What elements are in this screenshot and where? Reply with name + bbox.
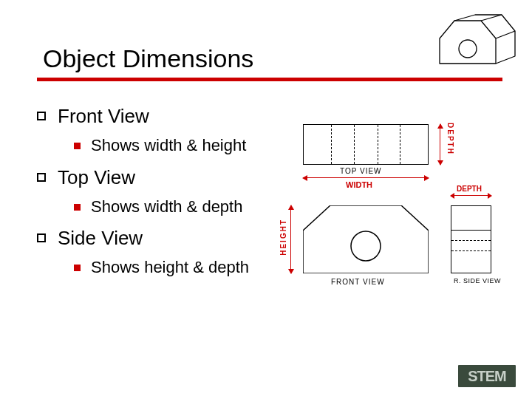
svg-point-0: [459, 40, 477, 58]
depth-dimension-label-horizontal: DEPTH: [457, 185, 482, 193]
depth-dimension-line-vertical: [440, 124, 440, 165]
top-view-box: [303, 124, 429, 165]
height-dimension-line: [290, 205, 291, 273]
slide: Object Dimensions Front View Shows width…: [0, 0, 532, 399]
side-view-box: [451, 205, 491, 273]
solid-square-bullet-icon: [74, 265, 81, 271]
hollow-square-bullet-icon: [37, 233, 46, 242]
stem-logo: STEM: [458, 365, 516, 387]
width-dimension-line: [303, 177, 429, 178]
outline-item-front: Front View: [37, 105, 296, 128]
text-column: Front View Shows width & height Top View…: [37, 95, 296, 309]
depth-dimension-line-horizontal: [451, 195, 491, 196]
outline-sub-front: Shows width & height: [74, 135, 296, 156]
outline-label: Side View: [58, 227, 143, 250]
outline-label: Front View: [58, 105, 149, 128]
title-underline: [37, 78, 502, 81]
outline-sublabel: Shows width & height: [91, 135, 246, 156]
hollow-square-bullet-icon: [37, 112, 46, 120]
svg-point-1: [351, 231, 381, 261]
side-view-label: R. SIDE VIEW: [454, 278, 501, 285]
top-view-label: TOP VIEW: [340, 167, 382, 175]
outline-sub-top: Shows width & depth: [74, 197, 296, 217]
diagram-column: TOP VIEW WIDTH DEPTH FRONT VIEW HEIGHT: [296, 95, 502, 309]
front-view-label: FRONT VIEW: [331, 278, 385, 286]
outline-sub-side: Shows height & depth: [74, 257, 296, 278]
content-row: Front View Shows width & height Top View…: [37, 95, 502, 309]
isometric-drawing: [434, 13, 519, 72]
outline-sublabel: Shows width & depth: [91, 197, 242, 217]
solid-square-bullet-icon: [74, 204, 81, 211]
hollow-square-bullet-icon: [37, 173, 46, 182]
slide-title: Object Dimensions: [37, 44, 502, 73]
outline-item-side: Side View: [37, 227, 296, 250]
outline-list: Front View Shows width & height Top View…: [37, 105, 296, 278]
depth-dimension-label-vertical: DEPTH: [446, 123, 454, 155]
outline-sublabel: Shows height & depth: [91, 257, 249, 278]
height-dimension-label: HEIGHT: [279, 219, 287, 256]
outline-label: Top View: [58, 166, 135, 189]
width-dimension-label: WIDTH: [346, 180, 372, 189]
front-view-box: [303, 205, 429, 273]
solid-square-bullet-icon: [74, 143, 81, 149]
outline-item-top: Top View: [37, 166, 296, 189]
orthographic-diagram: TOP VIEW WIDTH DEPTH FRONT VIEW HEIGHT: [296, 124, 502, 309]
